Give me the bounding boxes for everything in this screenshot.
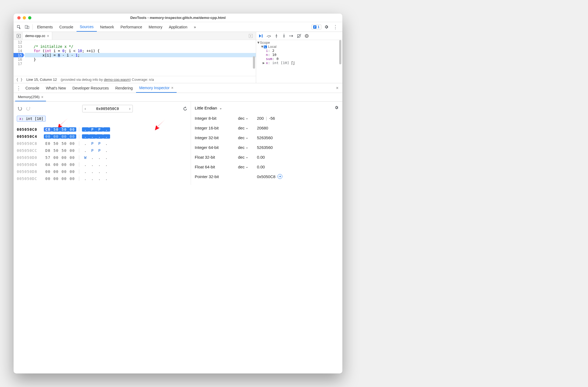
code-line[interactable]: 15 x[i] = n - i - 1; xyxy=(25,53,256,57)
svg-point-10 xyxy=(276,37,277,38)
tab-elements[interactable]: Elements xyxy=(34,22,56,32)
history-forward-icon xyxy=(25,106,31,112)
address-next-icon[interactable]: › xyxy=(129,106,131,111)
code-line[interactable]: 13 /* initialize x */ xyxy=(25,44,256,49)
titlebar[interactable]: DevTools - memory-inspector.glitch.me/de… xyxy=(14,14,342,22)
device-toolbar-icon[interactable] xyxy=(23,23,31,31)
close-window-button[interactable] xyxy=(17,16,21,19)
memory-icon[interactable]: ⎡⎦ xyxy=(291,61,294,65)
svg-point-13 xyxy=(305,34,309,38)
value-row: Integer 16-bitdec⌄20680 xyxy=(195,123,339,133)
encoding-selector[interactable]: dec xyxy=(238,145,245,150)
value-row: Float 64-bitdec⌄0.00 xyxy=(195,162,339,172)
memory-row[interactable]: 005050D057000000W... xyxy=(17,154,188,161)
code-editor[interactable]: 12 13 /* initialize x */14 for (int i = … xyxy=(14,40,256,76)
close-icon[interactable]: × xyxy=(171,86,173,90)
zoom-window-button[interactable] xyxy=(28,16,31,19)
memory-row[interactable]: 005050D40A000000.... xyxy=(17,161,188,168)
more-menu-icon[interactable]: ⋮ xyxy=(332,23,339,31)
issues-badge[interactable]: 1 xyxy=(311,25,321,29)
address-field[interactable] xyxy=(89,106,127,111)
memory-row[interactable]: 005050DC00000000.... xyxy=(17,175,188,182)
code-line[interactable]: 16 } xyxy=(25,57,256,62)
tab-console[interactable]: Console xyxy=(56,22,76,32)
memory-row[interactable]: 005050C8E0505000.PP. xyxy=(17,140,188,147)
svg-point-11 xyxy=(284,34,285,35)
tab-performance[interactable]: Performance xyxy=(117,22,145,32)
svg-rect-3 xyxy=(314,26,316,26)
history-back-icon[interactable] xyxy=(17,106,23,112)
close-drawer-icon[interactable]: × xyxy=(334,86,341,91)
minimize-window-button[interactable] xyxy=(23,16,26,19)
svg-rect-15 xyxy=(307,35,308,37)
wasm-link[interactable]: demo-cpp.wasm xyxy=(104,78,130,82)
tab-sources[interactable]: Sources xyxy=(77,22,97,32)
scope-var[interactable]: i: 2 xyxy=(266,49,341,53)
scope-var[interactable]: sum: 0 xyxy=(266,57,341,61)
tab-memory[interactable]: Memory xyxy=(146,22,166,32)
encoding-selector[interactable]: dec xyxy=(238,135,245,140)
refresh-icon[interactable] xyxy=(182,106,188,112)
value-row: Integer 8-bitdec⌄200|-56 xyxy=(195,113,339,123)
scope-header[interactable]: ▼Scope xyxy=(257,41,341,45)
drawer-tab-memory-inspector[interactable]: Memory Inspector× xyxy=(136,83,177,93)
drawer-tab-console[interactable]: Console xyxy=(22,83,42,93)
memory-tab[interactable]: Memory(256) × xyxy=(15,93,46,101)
memory-row[interactable]: 005050D800000000.... xyxy=(17,168,188,175)
memory-tabs: Memory(256) × xyxy=(14,93,342,102)
run-snippet-icon[interactable] xyxy=(15,32,22,39)
drawer-tab-what-s-new[interactable]: What's New xyxy=(42,83,69,93)
window-title: DevTools - memory-inspector.glitch.me/de… xyxy=(14,16,342,20)
top-tabs: ElementsConsoleSourcesNetworkPerformance… xyxy=(14,22,342,32)
more-tabs-button[interactable]: » xyxy=(191,22,199,32)
drawer-tab-rendering[interactable]: Rendering xyxy=(112,83,136,93)
statusbar: { } Line 15, Column 12 (provided via deb… xyxy=(14,76,256,83)
settings-icon[interactable] xyxy=(334,105,339,111)
resume-icon[interactable] xyxy=(258,32,265,39)
jump-to-address-icon[interactable] xyxy=(278,174,282,179)
value-row: Pointer 32-bit0x5050C8 xyxy=(195,172,339,181)
memory-grid[interactable]: 005050C0C8505000.PP.005050C400000000....… xyxy=(17,126,188,182)
format-icon[interactable]: { } xyxy=(16,78,22,82)
encoding-selector[interactable]: dec xyxy=(238,116,245,121)
endian-selector[interactable]: Little Endian ⌄ xyxy=(195,104,339,113)
encoding-selector[interactable]: dec xyxy=(238,155,245,159)
svg-rect-5 xyxy=(314,27,315,28)
step-out-icon[interactable] xyxy=(280,32,288,39)
variable-chip[interactable]: x: int [10] xyxy=(17,116,46,122)
step-icon[interactable] xyxy=(288,32,295,39)
inspect-icon[interactable] xyxy=(15,23,23,31)
memory-row[interactable]: 005050CCD8505000.PP. xyxy=(17,147,188,154)
scrollbar[interactable] xyxy=(339,40,341,64)
debug-toolbar xyxy=(256,32,342,40)
svg-rect-14 xyxy=(306,35,306,37)
scope-panel[interactable]: ▼Scope ▼LLocal i: 2n: 10sum: 0 ▶x: int [… xyxy=(256,40,342,83)
file-tab[interactable]: demo-cpp.cc × xyxy=(22,32,52,40)
local-scope[interactable]: ▼LLocal xyxy=(260,45,341,49)
settings-icon[interactable] xyxy=(322,23,330,31)
run-icon[interactable] xyxy=(247,32,254,39)
address-input[interactable]: ‹ › xyxy=(82,105,133,112)
tab-application[interactable]: Application xyxy=(166,22,191,32)
tab-network[interactable]: Network xyxy=(97,22,117,32)
scope-var-x[interactable]: ▶x: int [10] ⎡⎦ xyxy=(263,61,341,65)
memory-row[interactable]: 005050C400000000.... xyxy=(17,133,188,140)
issues-count: 1 xyxy=(318,25,319,29)
encoding-selector[interactable]: dec xyxy=(238,126,245,130)
deactivate-breakpoints-icon[interactable] xyxy=(296,32,303,39)
memory-row[interactable]: 005050C0C8505000.PP. xyxy=(17,126,188,133)
encoding-selector[interactable]: dec xyxy=(238,165,245,169)
code-line[interactable]: 17 xyxy=(25,62,256,66)
step-into-icon[interactable] xyxy=(273,32,280,39)
close-icon[interactable]: × xyxy=(47,34,49,38)
step-over-icon[interactable] xyxy=(265,32,272,39)
scope-var[interactable]: n: 10 xyxy=(266,53,341,57)
scrollbar[interactable] xyxy=(253,56,255,69)
pause-exceptions-icon[interactable] xyxy=(303,32,310,39)
code-line[interactable]: 14 for (int i = 0; i < 10; ++i) { xyxy=(25,49,256,53)
drawer-more-icon[interactable]: ⋮ xyxy=(15,85,22,91)
drawer-tab-developer-resources[interactable]: Developer Resources xyxy=(69,83,112,93)
code-line[interactable]: 12 xyxy=(25,40,256,44)
address-prev-icon[interactable]: ‹ xyxy=(85,106,86,111)
close-icon[interactable]: × xyxy=(41,95,43,99)
